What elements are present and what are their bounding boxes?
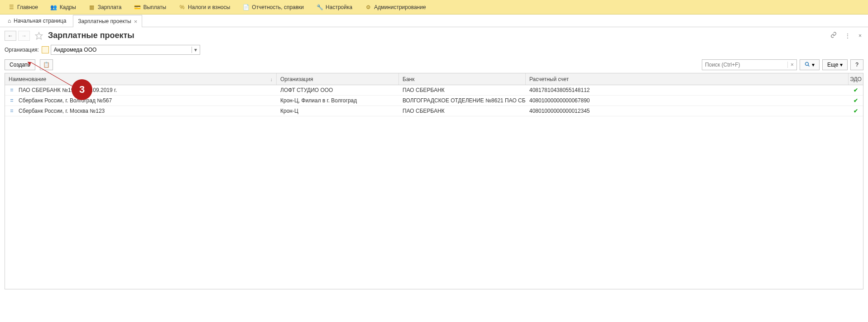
chevron-down-icon[interactable]: ▾: [192, 47, 200, 53]
toolbar: Создать 📋 × ▾ Еще ▾ ?: [0, 59, 868, 73]
copy-button[interactable]: 📋: [40, 59, 53, 70]
title-bar: ← → Зарплатные проекты ⋮ ×: [0, 27, 868, 44]
top-menu: ☰ Главное 👥 Кадры ▦ Зарплата 💳 Выплаты %…: [0, 0, 868, 14]
tab-label: Зарплатные проекты: [78, 18, 131, 24]
row-marker-icon: =: [9, 108, 15, 114]
search-icon: [805, 62, 810, 68]
menu-glavnoe[interactable]: ☰ Главное: [2, 0, 44, 14]
menu-label: Кадры: [60, 4, 76, 10]
svg-point-1: [805, 62, 808, 65]
org-input[interactable]: [51, 47, 192, 53]
row-marker-icon: =: [9, 97, 15, 104]
col-header-name[interactable]: Наименование ↓: [5, 73, 277, 85]
chevron-down-icon: ▾: [812, 62, 815, 68]
org-combobox[interactable]: ▾: [51, 45, 200, 55]
menu-zarplata[interactable]: ▦ Зарплата: [82, 0, 128, 14]
close-icon[interactable]: ×: [857, 31, 863, 41]
clear-icon[interactable]: ×: [787, 62, 796, 68]
home-icon: ⌂: [8, 18, 11, 24]
page-title: Зарплатные проекты: [48, 31, 134, 40]
menu-label: Выплаты: [143, 4, 166, 10]
menu-otchet[interactable]: 📄 Отчетность, справки: [236, 0, 310, 14]
kebab-icon[interactable]: ⋮: [843, 31, 852, 41]
menu-label: Администрирование: [374, 4, 426, 10]
gear-icon: ⚙: [365, 4, 371, 10]
menu-label: Настройка: [326, 4, 352, 10]
hamburger-icon: ☰: [8, 4, 14, 10]
menu-kadry[interactable]: 👥 Кадры: [44, 0, 82, 14]
menu-nastroyka[interactable]: 🔧 Настройка: [310, 0, 359, 14]
check-icon: ✔: [854, 108, 858, 114]
tab-label: Начальная страница: [14, 18, 66, 24]
table-row[interactable]: =ПАО СБЕРБАНК №198 от 05.09.2019 г. ЛОФТ…: [5, 85, 863, 96]
percent-icon: %: [179, 4, 185, 10]
row-marker-icon: =: [9, 87, 15, 93]
team-icon: 👥: [51, 4, 57, 10]
favorite-star-icon[interactable]: [34, 31, 43, 40]
menu-label: Отчетность, справки: [252, 4, 304, 10]
wrench-icon: 🔧: [317, 4, 323, 10]
nav-forward-button[interactable]: →: [18, 31, 30, 41]
filter-row: Организация: ▾: [0, 44, 868, 59]
tab-home[interactable]: ⌂ Начальная страница: [3, 14, 71, 27]
menu-label: Налоги и взносы: [188, 4, 230, 10]
wallet-icon: 💳: [134, 4, 140, 10]
check-icon: ✔: [854, 87, 858, 93]
menu-admin[interactable]: ⚙ Администрирование: [359, 0, 432, 14]
svg-line-2: [808, 65, 809, 66]
search-input[interactable]: [702, 62, 787, 68]
menu-label: Главное: [17, 4, 38, 10]
col-header-acct[interactable]: Расчетный счет: [526, 73, 849, 85]
check-icon: ✔: [854, 97, 858, 104]
org-checkbox[interactable]: [42, 46, 49, 53]
close-icon[interactable]: ×: [134, 18, 138, 25]
data-grid: Наименование ↓ Организация Банк Расчетны…: [5, 73, 863, 289]
menu-vyplaty[interactable]: 💳 Выплаты: [128, 0, 173, 14]
sort-down-icon: ↓: [270, 77, 273, 82]
col-header-bank[interactable]: Банк: [399, 73, 526, 85]
svg-marker-0: [36, 32, 43, 39]
col-header-edo[interactable]: ЭДО: [849, 73, 863, 85]
link-icon[interactable]: [829, 30, 839, 41]
tab-zarplatnye-proekty[interactable]: Зарплатные проекты ×: [73, 15, 142, 27]
more-button[interactable]: Еще ▾: [822, 59, 848, 70]
table-icon: ▦: [89, 4, 95, 10]
org-label: Организация:: [5, 47, 39, 53]
search-dropdown-button[interactable]: ▾: [800, 59, 820, 70]
create-button[interactable]: Создать: [5, 59, 35, 70]
grid-header: Наименование ↓ Организация Банк Расчетны…: [5, 73, 863, 85]
document-icon: 📄: [243, 4, 249, 10]
tab-strip: ⌂ Начальная страница Зарплатные проекты …: [0, 14, 868, 27]
grid-body: =ПАО СБЕРБАНК №198 от 05.09.2019 г. ЛОФТ…: [5, 85, 863, 289]
menu-label: Зарплата: [98, 4, 122, 10]
help-button[interactable]: ?: [850, 59, 863, 70]
search-box[interactable]: ×: [702, 59, 797, 70]
menu-nalogi[interactable]: % Налоги и взносы: [173, 0, 236, 14]
table-row[interactable]: =Сбербанк России, г. Волгоград №567 Крон…: [5, 96, 863, 106]
table-row[interactable]: =Сбербанк России, г. Москва №123 Крон-Ц …: [5, 106, 863, 116]
copy-icon: 📋: [43, 62, 50, 68]
chevron-down-icon: ▾: [840, 62, 843, 68]
nav-back-button[interactable]: ←: [5, 31, 16, 41]
col-header-org[interactable]: Организация: [277, 73, 399, 85]
